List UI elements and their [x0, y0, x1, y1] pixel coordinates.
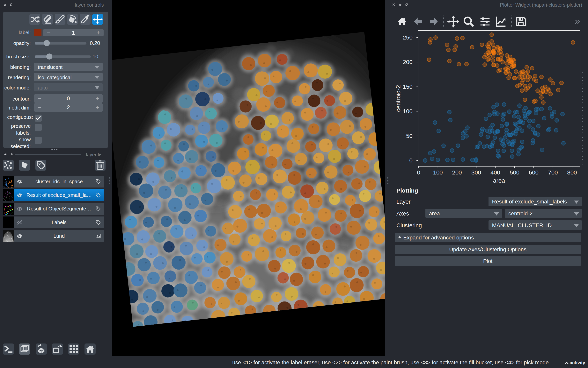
svg-text:800: 800: [567, 169, 577, 176]
svg-text:200: 200: [452, 169, 462, 176]
svg-text:250: 250: [403, 34, 413, 41]
svg-text:600: 600: [529, 169, 539, 176]
svg-text:300: 300: [471, 169, 481, 176]
svg-text:400: 400: [491, 169, 500, 176]
svg-text:area: area: [493, 177, 505, 184]
svg-text:150: 150: [403, 83, 413, 90]
svg-text:centroid-2: centroid-2: [395, 85, 402, 112]
svg-text:100: 100: [403, 108, 413, 114]
svg-text:0: 0: [417, 169, 420, 176]
svg-text:50: 50: [406, 133, 413, 139]
svg-text:700: 700: [548, 169, 558, 176]
svg-text:0: 0: [409, 157, 413, 164]
svg-text:200: 200: [403, 59, 413, 65]
svg-text:100: 100: [433, 169, 443, 176]
svg-text:500: 500: [510, 169, 520, 176]
